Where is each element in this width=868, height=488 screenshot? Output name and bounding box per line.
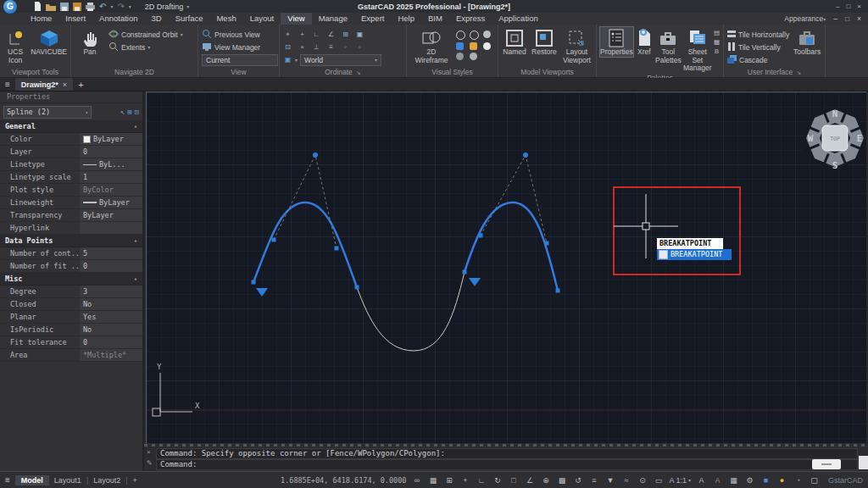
hardware-acceleration-icon[interactable]: ■ bbox=[760, 476, 771, 485]
property-row-degree[interactable]: Degree3 bbox=[0, 286, 142, 298]
named-viewports-button[interactable]: Named bbox=[502, 27, 527, 57]
settings-gear-icon[interactable]: ⚙ bbox=[744, 476, 755, 485]
ordinate-tool-icon-4[interactable]: ∠ bbox=[326, 30, 336, 39]
property-row-layer[interactable]: Layer0 bbox=[0, 146, 142, 158]
command-scroll-thumb[interactable] bbox=[812, 459, 841, 469]
property-row-plot-style[interactable]: Plot styleByColor bbox=[0, 184, 142, 197]
ordinate-tool-icon-6[interactable]: ▣ bbox=[355, 30, 364, 39]
menu-mesh[interactable]: Mesh bbox=[209, 13, 242, 25]
property-row-color[interactable]: ColorByLayer bbox=[0, 133, 142, 146]
section-general[interactable]: General▴ bbox=[0, 120, 142, 133]
property-row-lineweight[interactable]: LineweightByLayer bbox=[0, 197, 142, 209]
property-row-isperiodic[interactable]: IsPeriodicNo bbox=[0, 324, 142, 336]
grid-display-icon[interactable]: ▦ bbox=[427, 476, 438, 485]
property-row-fit-tolerance[interactable]: Fit tolerance0 bbox=[0, 336, 142, 349]
coordinate-system-dropdown[interactable]: World ▾ bbox=[300, 54, 381, 66]
ordinate-tool-icon-5[interactable]: ⊞ bbox=[341, 30, 350, 39]
save-as-icon[interactable] bbox=[73, 3, 81, 11]
new-layout-button[interactable]: + bbox=[133, 476, 137, 485]
osnap-tracking-icon[interactable]: ∠ bbox=[524, 476, 535, 485]
annotation-scale-sync-icon[interactable]: A bbox=[712, 476, 723, 485]
spline-selected-left[interactable] bbox=[253, 202, 357, 287]
pan-button[interactable]: Pan bbox=[75, 27, 105, 57]
model-tab[interactable]: Model bbox=[15, 475, 49, 485]
dynamic-input-icon[interactable]: + bbox=[459, 476, 470, 485]
current-view-dropdown[interactable]: Current bbox=[202, 54, 278, 66]
calculator-palette-icon[interactable]: ▤ bbox=[714, 29, 720, 36]
conceptual-style-icon[interactable] bbox=[456, 42, 464, 50]
ui-dialog-launcher-icon[interactable]: ↘ bbox=[796, 69, 801, 75]
isolate-objects-icon[interactable]: ● bbox=[776, 476, 787, 485]
spline-selected-right[interactable] bbox=[465, 202, 558, 291]
redo-dropdown-icon[interactable]: ▾ bbox=[129, 3, 131, 9]
property-row-closed[interactable]: ClosedNo bbox=[0, 298, 142, 311]
cascade-button[interactable]: Cascade bbox=[727, 54, 789, 65]
isometric-drafting-icon[interactable]: □ bbox=[508, 476, 519, 485]
section-data-points[interactable]: Data Points▴ bbox=[0, 235, 142, 247]
fullscreen-icon[interactable]: ▢ bbox=[809, 476, 820, 485]
menu-home[interactable]: Home bbox=[24, 13, 58, 25]
selection-cycling-icon[interactable]: ▼ bbox=[604, 476, 615, 485]
compass-north[interactable]: N bbox=[832, 108, 838, 119]
property-row-planar[interactable]: PlanarYes bbox=[0, 311, 142, 324]
property-row-control-points[interactable]: Number of cont...5 bbox=[0, 247, 142, 260]
command-scroll-corner[interactable] bbox=[859, 456, 868, 469]
command-window-grip[interactable] bbox=[144, 444, 868, 446]
polar-tracking-icon[interactable]: ↻ bbox=[492, 476, 503, 485]
snap-mode-icon[interactable]: ⊞ bbox=[443, 476, 454, 485]
autoscale-icon[interactable]: ⊙ bbox=[637, 476, 648, 485]
workspace-switch-icon[interactable]: ▭ bbox=[653, 476, 664, 485]
lineweight-display-icon[interactable]: ▩ bbox=[556, 476, 567, 485]
toolbars-button[interactable]: Toolbars bbox=[793, 27, 821, 57]
transparency-toggle-icon[interactable]: ≡ bbox=[588, 476, 599, 485]
plot-icon[interactable] bbox=[86, 3, 95, 11]
annotation-visibility-icon[interactable]: ≈ bbox=[620, 476, 632, 485]
section-misc[interactable]: Misc▴ bbox=[0, 273, 142, 286]
properties-palette-button[interactable]: Properties bbox=[600, 27, 633, 57]
menu-expert[interactable]: Expert bbox=[354, 13, 391, 25]
block-palette-icon[interactable]: B bbox=[715, 47, 719, 55]
object-type-dropdown[interactable]: Spline (2) ▾ bbox=[3, 106, 92, 119]
annotation-scale-control[interactable]: A1:1▾ bbox=[669, 476, 691, 485]
ordinate-tool-icon-2[interactable]: + bbox=[298, 30, 307, 39]
file-tabs-menu-icon[interactable]: ≡ bbox=[5, 80, 10, 89]
close-button[interactable]: × bbox=[857, 3, 861, 10]
ordinate-tool-icon-10[interactable]: ≡ bbox=[326, 42, 336, 52]
navigation-compass[interactable]: TOP N E S W bbox=[801, 104, 868, 174]
quickcalc-palette-icon[interactable]: ▦ bbox=[714, 38, 720, 46]
menu-layout[interactable]: Layout bbox=[243, 13, 281, 25]
ordinate-tool-icon-3[interactable]: ∟ bbox=[312, 30, 321, 39]
menu-application[interactable]: Application bbox=[492, 13, 544, 25]
xray-style-icon[interactable] bbox=[470, 53, 477, 60]
redo-icon[interactable]: ↷ bbox=[117, 3, 124, 11]
2d-wireframe-button[interactable]: 2D Wireframe bbox=[410, 27, 453, 64]
ucs-world-icon[interactable]: ▣ bbox=[283, 55, 292, 64]
ordinate-tool-icon-8[interactable]: × bbox=[298, 42, 307, 52]
xref-palette-button[interactable]: Xref bbox=[635, 27, 654, 57]
autocomplete-suggestion[interactable]: BREAKATPOINT bbox=[657, 249, 732, 260]
ordinate-tool-icon-9[interactable]: ⊥ bbox=[312, 42, 321, 52]
menu-view[interactable]: View bbox=[281, 13, 311, 25]
appearance-menu[interactable]: Appearance▾ bbox=[784, 14, 826, 23]
menu-annotation[interactable]: Annotation bbox=[92, 13, 144, 25]
dynamic-input-field[interactable]: BREAKATPOINT bbox=[657, 238, 723, 249]
view-manager-button[interactable]: View Manager bbox=[202, 42, 275, 53]
menu-bim[interactable]: BIM bbox=[421, 13, 449, 25]
open-file-icon[interactable] bbox=[46, 3, 56, 11]
toggle-pickadd-icon[interactable]: ⊡ bbox=[135, 108, 139, 116]
workspace-switcher[interactable]: 2D Drafting ▾ bbox=[145, 3, 190, 11]
mdi-minimize-button[interactable]: – bbox=[833, 14, 837, 23]
infer-constraints-icon[interactable]: ∞ bbox=[411, 476, 422, 485]
app-logo-icon[interactable]: G bbox=[3, 0, 17, 14]
tool-palettes-button[interactable]: Tool Palettes bbox=[655, 27, 682, 64]
menu-manage[interactable]: Manage bbox=[312, 13, 354, 25]
ordinate-dialog-launcher-icon[interactable]: ↘ bbox=[356, 69, 361, 75]
quick-properties-icon[interactable]: ▦ bbox=[728, 476, 739, 485]
tile-horizontally-button[interactable]: Tile Horizontally bbox=[727, 29, 789, 40]
ucs-caret-icon[interactable]: ▾ bbox=[295, 57, 298, 63]
command-close-icon[interactable]: × bbox=[147, 448, 155, 456]
menu-help[interactable]: Help bbox=[391, 13, 421, 25]
ortho-mode-icon[interactable]: ∟ bbox=[476, 476, 487, 485]
undo-icon[interactable]: ↶ bbox=[99, 3, 106, 11]
new-drawing-tab-button[interactable]: + bbox=[78, 80, 83, 90]
